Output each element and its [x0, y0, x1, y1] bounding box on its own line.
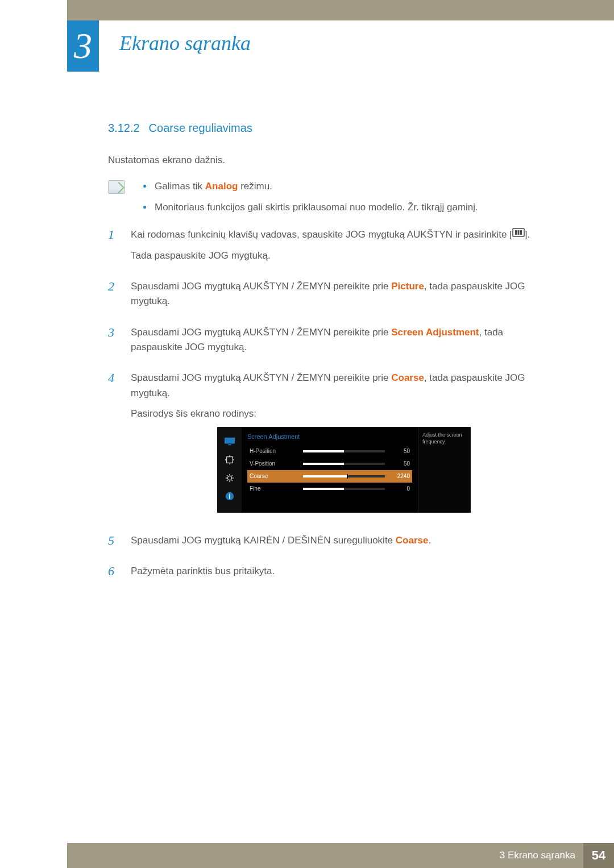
- osd-value: 50: [389, 459, 410, 468]
- note-list: Galimas tik Analog režimu. Monitoriaus f…: [143, 179, 557, 215]
- header-bar: [0, 0, 614, 20]
- svg-rect-5: [228, 445, 231, 446]
- osd-label: H-Position: [250, 447, 298, 456]
- osd-panel: Screen Adjustment H-Position 50 V-Positi…: [217, 427, 471, 512]
- osd-row-coarse: Coarse 2240: [247, 470, 412, 483]
- svg-line-14: [231, 476, 233, 477]
- footer-bar-cut: [0, 843, 67, 868]
- section-heading: 3.12.2Coarse reguliavimas: [108, 119, 557, 137]
- step-number: 4: [108, 371, 131, 522]
- osd-slider: [303, 450, 385, 452]
- osd-row-hposition: H-Position 50: [247, 445, 412, 458]
- step-2: 2 Spausdami JOG mygtuką AUKŠTYN / ŽEMYN …: [108, 279, 557, 315]
- svg-rect-6: [227, 457, 233, 463]
- step-number: 2: [108, 279, 131, 315]
- step-number: 5: [108, 533, 131, 554]
- svg-rect-2: [517, 230, 519, 235]
- intro-text: Nustatomas ekrano dažnis.: [108, 153, 557, 168]
- step-3: 3 Spausdami JOG mygtuką AUKŠTYN / ŽEMYN …: [108, 325, 557, 361]
- footer-page: 54: [583, 843, 614, 868]
- step-number: 6: [108, 564, 131, 584]
- osd-slider: [303, 463, 385, 465]
- page-content: 3.12.2Coarse reguliavimas Nustatomas ekr…: [108, 119, 557, 595]
- keyword-screen-adjustment: Screen Adjustment: [391, 327, 479, 338]
- svg-rect-4: [225, 438, 235, 444]
- header-bar-cut: [0, 0, 67, 20]
- keyword-coarse: Coarse: [391, 372, 424, 383]
- osd-sidebar: [218, 427, 242, 512]
- gear-icon: [223, 473, 236, 483]
- osd-slider: [303, 475, 385, 477]
- osd-main: Screen Adjustment H-Position 50 V-Positi…: [242, 427, 418, 512]
- osd-label: Coarse: [250, 472, 298, 481]
- svg-line-12: [227, 476, 228, 477]
- step-5: 5 Spausdami JOG mygtuką KAIRĖN / DEŠINĖN…: [108, 533, 557, 554]
- step-number: 3: [108, 325, 131, 361]
- svg-line-15: [227, 480, 228, 481]
- svg-rect-3: [520, 230, 522, 235]
- svg-rect-18: [229, 496, 230, 499]
- note-icon: [108, 180, 125, 194]
- svg-rect-1: [515, 230, 517, 235]
- osd-value: 50: [389, 447, 410, 456]
- osd-value: 0: [389, 484, 410, 493]
- svg-rect-17: [229, 494, 230, 495]
- resize-icon: [223, 455, 236, 465]
- keyword-coarse: Coarse: [396, 535, 429, 546]
- step-1: 1 Kai rodomas funkcinių klavišų vadovas,…: [108, 227, 557, 269]
- osd-tooltip: Adjust the screen frequency.: [418, 427, 470, 512]
- info-icon: [223, 491, 236, 501]
- step-list: 1 Kai rodomas funkcinių klavišų vadovas,…: [108, 227, 557, 584]
- chapter-number: 3: [74, 28, 92, 64]
- osd-slider: [303, 488, 385, 490]
- step-6: 6 Pažymėta parinktis bus pritaikyta.: [108, 564, 557, 584]
- osd-label: V-Position: [250, 459, 298, 468]
- chapter-title: Ekrano sąranka: [119, 31, 251, 55]
- section-number: 3.12.2: [108, 122, 140, 134]
- step-4: 4 Spausdami JOG mygtuką AUKŠTYN / ŽEMYN …: [108, 371, 557, 522]
- monitor-icon: [223, 437, 236, 447]
- osd-value: 2240: [389, 472, 410, 481]
- step-number: 1: [108, 227, 131, 269]
- osd-label: Fine: [250, 484, 298, 493]
- keyword-analog: Analog: [205, 181, 238, 192]
- note-item: Galimas tik Analog režimu.: [143, 179, 557, 194]
- note-item: Monitoriaus funkcijos gali skirtis prikl…: [143, 200, 557, 215]
- keyword-picture: Picture: [391, 281, 424, 292]
- svg-point-7: [227, 476, 231, 480]
- osd-row-vposition: V-Position 50: [247, 458, 412, 470]
- section-title: Coarse reguliavimas: [149, 122, 252, 134]
- chapter-badge: 3: [67, 20, 99, 72]
- menu-icon: [512, 227, 525, 242]
- note-block: Galimas tik Analog režimu. Monitoriaus f…: [108, 179, 557, 215]
- footer-bar: 3 Ekrano sąranka 54: [0, 843, 614, 868]
- osd-title: Screen Adjustment: [247, 432, 412, 442]
- svg-line-13: [231, 480, 233, 481]
- footer-label: 3 Ekrano sąranka: [500, 850, 583, 861]
- osd-row-fine: Fine 0: [247, 483, 412, 495]
